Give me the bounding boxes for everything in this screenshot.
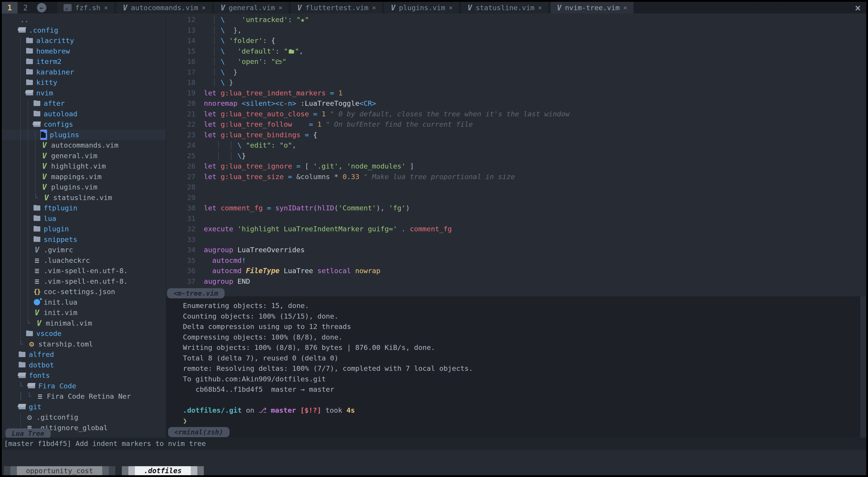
terminal-statusline-pill: <rminal(zsh) bbox=[168, 427, 229, 437]
tree-item-label: minimal.vim bbox=[46, 319, 92, 327]
tree-row[interactable]: │ └ Fira Code Retina Ner bbox=[2, 391, 166, 402]
editor-tab[interactable]: general.vim × bbox=[214, 2, 289, 13]
tree-item-icon bbox=[40, 130, 48, 140]
segment-fade bbox=[122, 466, 128, 475]
tree-row[interactable]: git bbox=[2, 402, 166, 412]
tab-filetype-icon bbox=[468, 3, 472, 12]
tree-row[interactable]: coc-settings.json bbox=[2, 286, 166, 297]
tree-row[interactable]: highlight.vim bbox=[2, 161, 166, 171]
line-code: │ \ 'default': "🖿", bbox=[195, 46, 303, 57]
back-arrow-icon[interactable]: ← bbox=[37, 3, 46, 12]
window-index[interactable]: 1 bbox=[2, 2, 18, 13]
tmux-window-segment[interactable]: opportunity_cost bbox=[4, 466, 115, 475]
line-number: 33 bbox=[166, 234, 195, 245]
tree-row[interactable]: .. bbox=[2, 14, 166, 25]
tree-item-icon bbox=[32, 101, 41, 106]
editor-statusline-pill: <m-tree.vim bbox=[167, 288, 224, 298]
tree-row[interactable]: └ minimal.vim bbox=[2, 318, 166, 329]
tree-row[interactable]: configs bbox=[2, 119, 166, 130]
tree-item-icon bbox=[25, 413, 34, 422]
tmux-window-segment[interactable]: .dotfiles bbox=[122, 466, 204, 475]
tree-row[interactable]: fonts bbox=[2, 370, 166, 381]
tree-row[interactable]: plugins bbox=[2, 130, 166, 140]
tree-row[interactable]: └ statusline.vim bbox=[2, 192, 166, 203]
tree-row[interactable]: init.vim bbox=[2, 307, 166, 318]
terminal-line: Compressing objects: 100% (8/8), done. bbox=[183, 332, 860, 342]
tree-row[interactable]: .gvimrc bbox=[2, 245, 166, 255]
editor-line: 25 │ │ \} bbox=[166, 150, 866, 161]
tree-row[interactable]: init.lua bbox=[2, 297, 166, 308]
terminal-line: Delta compression using up to 12 threads bbox=[183, 321, 860, 332]
line-number: 13 bbox=[166, 25, 195, 36]
editor-line: 31 bbox=[166, 213, 866, 224]
tree-row[interactable]: alfred bbox=[2, 349, 166, 360]
tree-row[interactable]: homebrew bbox=[2, 46, 166, 57]
tab-close-icon[interactable]: × bbox=[279, 4, 282, 11]
tree-row[interactable]: dotbot bbox=[2, 360, 166, 370]
tab-label: autocommands.vim bbox=[131, 4, 198, 12]
tmux-client: 1 2 ← fzf.sh × autocomm bbox=[2, 2, 866, 475]
tree-row[interactable]: after bbox=[2, 98, 166, 109]
tree-row[interactable]: alacritty bbox=[2, 35, 166, 46]
tree-item-label: mappings.vim bbox=[51, 173, 101, 181]
line-number: 30 bbox=[166, 203, 195, 213]
tree-row[interactable]: └ Fira Code bbox=[2, 381, 166, 391]
tree-row[interactable]: .luacheckrc bbox=[2, 255, 166, 266]
tree-item-icon bbox=[32, 111, 41, 116]
editor-line: 20 nnoremap <silent><c-n> :LuaTreeToggle… bbox=[166, 98, 866, 109]
tree-row[interactable]: vscode bbox=[2, 328, 166, 339]
tree-item-icon bbox=[25, 90, 34, 95]
terminal-line: To github.com:Akin909/dotfiles.git bbox=[183, 374, 860, 384]
line-number: 16 bbox=[166, 56, 195, 67]
editor-tab[interactable]: statusline.vim × bbox=[461, 2, 549, 13]
tree-item-icon bbox=[18, 373, 27, 378]
tree-row[interactable]: ftplugin bbox=[2, 203, 166, 213]
tree-item-label: .luacheckrc bbox=[44, 256, 90, 264]
tree-row[interactable]: iterm2 bbox=[2, 56, 166, 67]
terminal-lines: Enumerating objects: 15, done. Counting … bbox=[183, 300, 860, 426]
tree-row[interactable]: karabiner bbox=[2, 67, 166, 77]
tree-item-icon bbox=[32, 205, 41, 211]
tree-row[interactable]: plugins.vim bbox=[2, 182, 166, 192]
terminal-line: Counting objects: 100% (15/15), done. bbox=[183, 311, 860, 321]
tab-close-icon[interactable]: × bbox=[372, 4, 376, 11]
close-all-icon[interactable]: × bbox=[855, 2, 866, 13]
tab-close-icon[interactable]: × bbox=[104, 4, 108, 11]
editor-tab[interactable]: plugins.vim × bbox=[384, 2, 459, 13]
tree-row[interactable]: └ starship.toml bbox=[2, 339, 166, 349]
tree-row[interactable]: plugin bbox=[2, 224, 166, 234]
tree-item-icon bbox=[27, 339, 36, 348]
file-tree-pane[interactable]: .. .config bbox=[2, 13, 166, 438]
editor-pane[interactable]: 12 │ \ 'untracked': "★" 13 │ \ }, 14 bbox=[166, 13, 866, 296]
tree-row[interactable]: kitty bbox=[2, 77, 166, 88]
tree-item-label: configs bbox=[44, 120, 73, 128]
tree-row[interactable]: mappings.vim bbox=[2, 171, 166, 182]
terminal-line bbox=[183, 395, 860, 405]
editor-tab[interactable]: fluttertest.vim × bbox=[291, 2, 382, 13]
tab-list: fzf.sh × autocommands.vim × general.vim … bbox=[57, 2, 636, 13]
tree-row[interactable]: nvim bbox=[2, 88, 166, 98]
tab-close-icon[interactable]: × bbox=[202, 4, 206, 11]
tree-row[interactable]: autoload bbox=[2, 109, 166, 119]
tree-row[interactable]: .gitconfig bbox=[2, 412, 166, 422]
tab-close-icon[interactable]: × bbox=[623, 4, 627, 11]
tree-row[interactable]: lua bbox=[2, 213, 166, 224]
tree-row[interactable]: .vim-spell-en.utf-8. bbox=[2, 266, 166, 276]
tree-row[interactable]: autocommands.vim bbox=[2, 140, 166, 150]
terminal-pane[interactable]: <m-tree.vim Enumerating objects: 15, don… bbox=[166, 296, 866, 438]
tree-row[interactable]: .vim-spell-en.utf-8. bbox=[2, 276, 166, 287]
editor-tab[interactable]: autocommands.vim × bbox=[117, 2, 212, 13]
editor-tab[interactable]: fzf.sh × bbox=[57, 2, 114, 13]
tree-row[interactable]: general.vim bbox=[2, 150, 166, 161]
terminal-line: ❯ bbox=[183, 416, 860, 426]
tab-close-icon[interactable]: × bbox=[538, 4, 542, 11]
editor-tab[interactable]: nvim-tree.vim × bbox=[551, 2, 633, 13]
tree-row[interactable]: .config bbox=[2, 25, 166, 36]
tree-row[interactable]: snippets bbox=[2, 234, 166, 245]
tree-item-label: general.vim bbox=[51, 151, 97, 160]
tab-close-icon[interactable]: × bbox=[449, 4, 453, 11]
window-index[interactable]: 2 bbox=[18, 2, 33, 13]
tab-filetype-icon bbox=[557, 3, 561, 12]
line-code: │ \ 'open': "🗁" bbox=[195, 56, 286, 67]
line-code: augroup LuaTreeOverrides bbox=[195, 245, 305, 255]
